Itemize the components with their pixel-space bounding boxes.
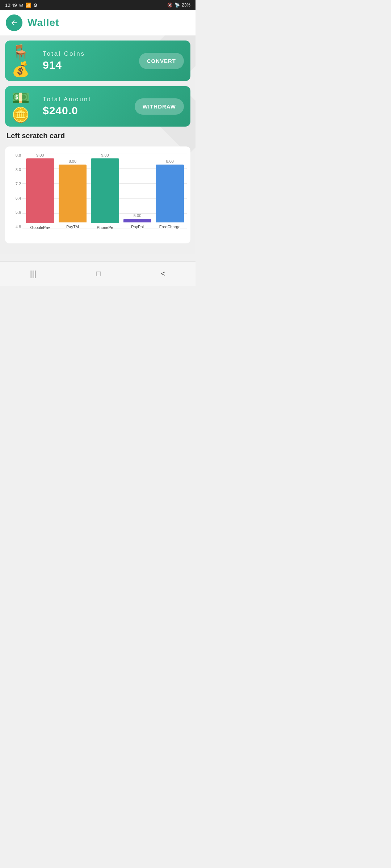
bar: [91, 158, 119, 223]
bar-x-label: PayTM: [59, 225, 87, 229]
status-signal-icon: 📶: [25, 3, 31, 8]
scratch-card-title: Left scratch card: [7, 132, 189, 140]
withdraw-button[interactable]: WITHDRAW: [135, 98, 184, 115]
status-wifi-icon: 📡: [175, 3, 180, 8]
coins-card: 🪑💰 Total Coins 914 CONVERT: [5, 41, 190, 81]
bar-item: 8.00FreeCharge: [156, 153, 184, 229]
status-mail-icon: ✉: [19, 3, 23, 8]
nav-home-button[interactable]: □: [89, 267, 108, 281]
back-button[interactable]: [6, 14, 22, 31]
y-label: 5.6: [16, 210, 21, 214]
bar: [123, 219, 152, 222]
amount-label: Total Amount: [43, 96, 130, 103]
nav-recent-button[interactable]: |||: [23, 267, 43, 281]
y-label: 4.8: [16, 225, 21, 229]
bar-x-label: PayPal: [123, 225, 152, 229]
amount-icon: 💵🪙: [12, 93, 38, 119]
bar-x-label: PhonePe: [91, 225, 119, 229]
status-settings-icon: ⚙: [33, 3, 38, 8]
y-label: 6.4: [16, 196, 21, 200]
status-mute-icon: 🔇: [167, 3, 173, 8]
y-label: 8.0: [16, 167, 21, 172]
bar-value-label: 9.00: [101, 153, 109, 157]
bottom-nav: ||| □ <: [0, 261, 196, 286]
bar: [26, 158, 54, 223]
back-icon: [10, 19, 18, 27]
coins-label: Total Coins: [43, 50, 134, 58]
coins-info: Total Coins 914: [43, 50, 134, 71]
bar-item: 8.00PayTM: [59, 153, 87, 229]
bar: [156, 165, 184, 222]
bar-value-label: 8.00: [166, 159, 173, 163]
status-bar: 12:49 ✉ 📶 ⚙ 🔇 📡 23%: [0, 0, 196, 10]
nav-back-button[interactable]: <: [154, 267, 173, 281]
coins-value: 914: [43, 59, 134, 71]
convert-button[interactable]: CONVERT: [139, 53, 184, 69]
bar-x-label: GooglePay: [26, 225, 54, 229]
amount-info: Total Amount $240.0: [43, 96, 130, 117]
chart-area: 8.88.07.26.45.64.8 9.00GooglePay8.00PayT…: [9, 153, 187, 240]
coins-icon: 🪑💰: [12, 48, 38, 74]
page-title: Wallet: [28, 17, 59, 29]
page-content: 🪑💰 Total Coins 914 CONVERT 💵🪙 Total Amou…: [0, 35, 196, 254]
status-left: 12:49 ✉ 📶 ⚙: [5, 3, 38, 8]
y-label: 7.2: [16, 182, 21, 186]
status-time: 12:49: [5, 3, 17, 8]
bar-item: 5.00PayPal: [123, 153, 152, 229]
bar-value-label: 9.00: [36, 153, 44, 157]
status-battery: 23%: [182, 3, 190, 8]
bar-item: 9.00GooglePay: [26, 153, 54, 229]
y-axis: 8.88.07.26.45.64.8: [9, 153, 22, 229]
bars-group: 9.00GooglePay8.00PayTM9.00PhonePe5.00Pay…: [23, 153, 187, 229]
status-right: 🔇 📡 23%: [167, 3, 190, 8]
bar: [59, 165, 87, 222]
amount-card: 💵🪙 Total Amount $240.0 WITHDRAW: [5, 86, 190, 127]
header: Wallet: [0, 10, 196, 35]
bar-value-label: 5.00: [134, 213, 141, 218]
bar-value-label: 8.00: [69, 159, 76, 163]
amount-value: $240.0: [43, 105, 130, 117]
bar-x-label: FreeCharge: [156, 225, 184, 229]
bar-item: 9.00PhonePe: [91, 153, 119, 229]
bar-chart: 8.88.07.26.45.64.8 9.00GooglePay8.00PayT…: [5, 146, 190, 243]
y-label: 8.8: [16, 153, 21, 157]
